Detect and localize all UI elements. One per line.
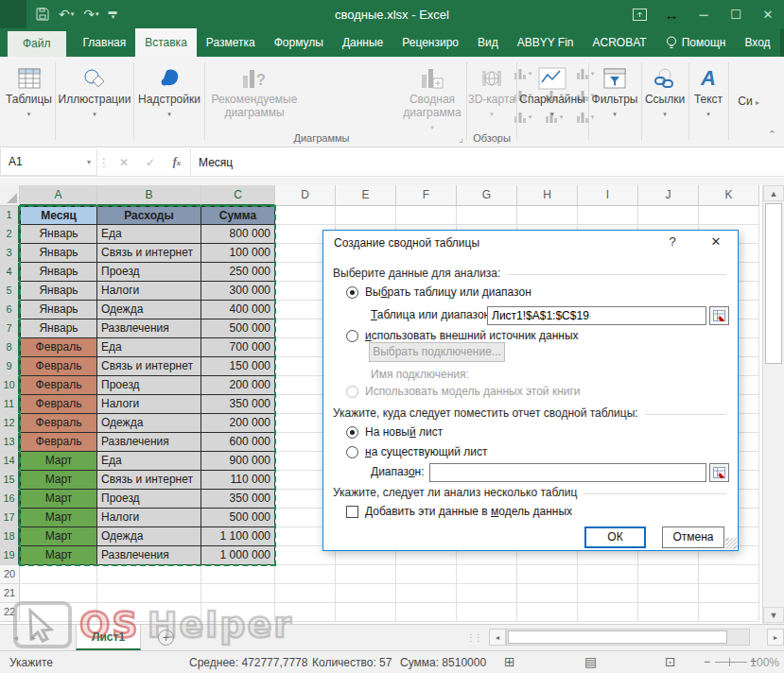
row-header-12[interactable]: 12 [0,414,20,433]
vertical-scroll-thumb[interactable] [765,203,782,364]
cell[interactable]: Налоги [97,509,201,527]
row-header-9[interactable]: 9 [0,357,20,376]
row-header-17[interactable]: 17 [0,509,20,527]
cell[interactable] [97,603,201,622]
cancel-button[interactable]: Отмена [662,526,724,548]
formula-bar-handle[interactable]: ⋮ [97,148,111,176]
row-header-22[interactable]: 22 [0,603,20,622]
tab-file[interactable]: Файл [8,31,66,57]
cell[interactable] [20,584,97,603]
row-header-7[interactable]: 7 [0,319,20,338]
cell[interactable]: 350 000 [201,395,275,414]
cell[interactable]: 600 000 [201,433,275,452]
cell[interactable]: Расходы [97,206,201,225]
cell[interactable]: 100 000 [201,244,275,263]
cell[interactable] [97,584,201,603]
cell[interactable]: Связь и интернет [97,357,201,376]
cell[interactable] [201,565,275,584]
scroll-up-icon[interactable]: ▲ [763,185,784,201]
ok-button[interactable]: ОК [584,526,646,548]
page-break-view-icon[interactable]: ⊡ [665,654,676,669]
name-box-dropdown-icon[interactable]: ▾ [87,158,91,166]
row-header-6[interactable]: 6 [0,301,20,319]
row-header-15[interactable]: 15 [0,471,20,490]
cell[interactable]: 700 000 [201,338,275,357]
cell[interactable]: Февраль [20,433,97,452]
destination-range-picker-icon[interactable] [709,463,729,482]
zoom-slider[interactable] [715,662,747,663]
scroll-left-icon[interactable]: ◂ [489,629,506,646]
tab-рецензиро[interactable]: Рецензиро [392,28,468,57]
radio-icon[interactable] [346,426,358,439]
row-header-10[interactable]: 10 [0,376,20,395]
maximize-button[interactable]: ☐ [720,0,752,28]
row-header-18[interactable]: 18 [0,527,20,546]
row-header-4[interactable]: 4 [0,263,20,282]
formula-input[interactable]: Месяц [190,148,784,176]
tab-формулы[interactable]: Формулы [265,28,333,57]
cell[interactable]: Март [20,527,97,546]
radio-icon[interactable] [346,330,358,342]
cell[interactable]: Март [20,509,97,527]
ribbon-display-options-icon[interactable] [623,0,655,28]
cell[interactable]: Сумма [201,206,275,225]
cell[interactable]: 1 000 000 [201,546,275,565]
horizontal-scrollbar[interactable]: ⋮⋮ ◂ ▸ [466,627,784,647]
row-header-8[interactable]: 8 [0,338,20,357]
column-header-E[interactable]: E [336,185,396,206]
cell[interactable]: 110 000 [201,471,275,490]
cell[interactable]: Налоги [97,395,201,414]
scroll-right-icon[interactable]: ▸ [767,629,784,646]
sign-in-button[interactable]: Вход [735,36,779,49]
zoom-level[interactable]: 100% [750,656,779,669]
row-header-13[interactable]: 13 [0,433,20,452]
cell[interactable]: Одежда [97,527,201,546]
sheet-nav-left-icon[interactable]: ◂ [13,632,18,643]
column-header-I[interactable]: I [578,185,638,206]
customize-qat-icon[interactable]: ▬▾ [105,9,121,19]
cell[interactable]: Месяц [20,206,97,225]
select-all-corner[interactable] [0,185,20,206]
radio-existing-sheet[interactable]: на существующий лист [346,445,487,458]
cell[interactable] [201,603,275,622]
cell[interactable]: 500 000 [201,509,275,527]
column-header-K[interactable]: K [699,185,759,206]
cell[interactable]: Январь [20,319,97,338]
tab-help[interactable]: Помощн [656,36,736,50]
radio-select-table[interactable]: Выбрать таблицу или диапазон [346,285,531,299]
cell[interactable]: Март [20,452,97,471]
cell[interactable]: Март [20,490,97,509]
cell[interactable]: Проезд [97,263,201,282]
column-header-A[interactable]: A [20,185,97,206]
cell[interactable]: 900 000 [201,452,275,471]
normal-view-icon[interactable]: ⊞ [504,654,515,669]
row-header-11[interactable]: 11 [0,395,20,414]
cell[interactable]: Январь [20,282,97,301]
cell[interactable]: Связь и интернет [97,471,201,490]
column-header-D[interactable]: D [275,185,336,206]
cell[interactable]: Февраль [20,357,97,376]
cell[interactable]: Проезд [97,490,201,509]
splitter-handle-icon[interactable]: ⋮⋮ [466,632,481,643]
tab-главная[interactable]: Главная [74,28,136,57]
sparklines-button[interactable]: Спарклайны▾ [518,57,586,138]
cell[interactable]: Одежда [97,414,201,433]
cell[interactable]: Одежда [97,301,201,319]
undo-icon[interactable]: ↶▾ [55,7,78,22]
cell[interactable]: Развлечения [97,546,201,565]
cell[interactable]: 200 000 [201,376,275,395]
tab-вставка[interactable]: Вставка [135,28,197,57]
sheet-nav-right-icon[interactable]: ▸ [31,632,36,643]
cell[interactable] [97,565,201,584]
column-header-B[interactable]: B [97,185,201,206]
cell[interactable]: Январь [20,244,97,263]
sheet-tab-list1[interactable]: Лист1 [76,625,141,650]
cell[interactable]: Развлечения [97,319,201,338]
dialog-help-icon[interactable]: ? [662,234,683,249]
cell[interactable]: Связь и интернет [97,244,201,263]
save-icon[interactable] [32,8,53,21]
column-header-F[interactable]: F [396,185,457,206]
ribbon-scroll-right-icon[interactable]: ▸ [756,98,759,107]
cell[interactable]: Еда [97,452,201,471]
share-button[interactable]: Общий доступ [780,28,784,57]
